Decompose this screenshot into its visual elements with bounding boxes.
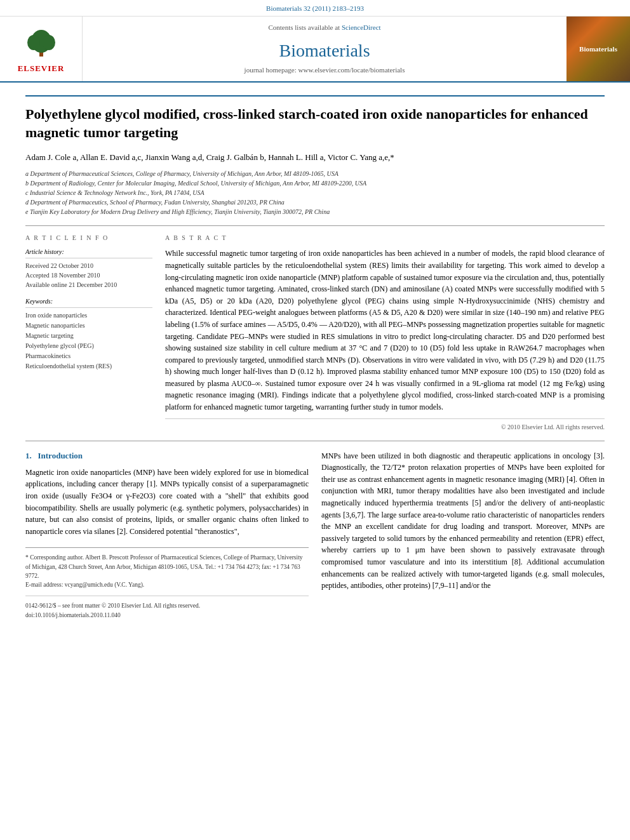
body-right-column: MNPs have been utilized in both diagnost… [321, 450, 605, 620]
affiliation-a: a Department of Pharmaceutical Sciences,… [25, 169, 605, 178]
elsevier-tree-icon [22, 23, 60, 62]
keywords-block: Keywords: Iron oxide nanoparticles Magne… [25, 297, 152, 371]
footnote-asterisk: * Corresponding author. Albert B. Presco… [25, 553, 309, 580]
keywords-label: Keywords: [25, 297, 152, 308]
accepted-date: Accepted 18 November 2010 [25, 270, 152, 280]
affiliation-e: e Tianjin Key Laboratory for Modern Drug… [25, 207, 605, 217]
introduction-left-text: Magnetic iron oxide nanoparticles (MNP) … [25, 467, 309, 538]
svg-point-2 [27, 35, 40, 50]
affiliations: a Department of Pharmaceutical Sciences,… [25, 169, 605, 217]
svg-point-3 [43, 35, 55, 50]
article-info-heading: A R T I C L E I N F O [25, 234, 152, 243]
affiliation-d: d Department of Pharmaceutics, School of… [25, 197, 605, 207]
affiliation-c: c Industrial Science & Technology Networ… [25, 188, 605, 197]
journal-name: Biomaterials [95, 38, 554, 63]
body-two-columns: 1. Introduction Magnetic iron oxide nano… [25, 450, 605, 620]
abstract-heading: A B S T R A C T [165, 234, 605, 243]
journal-header-center: Contents lists available at ScienceDirec… [83, 17, 566, 81]
journal-header: ELSEVIER Contents lists available at Sci… [0, 17, 630, 83]
article-title: Polyethylene glycol modified, cross-link… [25, 95, 605, 142]
keyword-1: Iron oxide nanoparticles [25, 310, 152, 321]
journal-brand-image: Biomaterials [566, 17, 630, 81]
copyright-line: © 2010 Elsevier Ltd. All rights reserved… [165, 418, 605, 432]
body-left-column: 1. Introduction Magnetic iron oxide nano… [25, 450, 309, 620]
authors: Adam J. Cole a, Allan E. David a,c, Jian… [25, 151, 605, 164]
keyword-3: Magnetic targeting [25, 331, 152, 341]
history-label: Article history: [25, 248, 152, 258]
doi-line: doi:10.1016/j.biomaterials.2010.11.040 [25, 611, 309, 620]
article-history-block: Article history: Received 22 October 201… [25, 248, 152, 290]
article-info-abstract-section: A R T I C L E I N F O Article history: R… [25, 225, 605, 431]
keyword-6: Reticuloendothelial system (RES) [25, 361, 152, 371]
keyword-5: Pharmacokinetics [25, 351, 152, 361]
issn-line: 0142-9612/$ – see front matter © 2010 El… [25, 601, 309, 610]
keywords-list: Iron oxide nanoparticles Magnetic nanopa… [25, 310, 152, 371]
bottom-bar: 0142-9612/$ – see front matter © 2010 El… [25, 596, 309, 620]
biomaterials-badge: Biomaterials [577, 42, 620, 57]
affiliation-b: b Department of Radiology, Center for Mo… [25, 178, 605, 188]
sciencedirect-line: Contents lists available at ScienceDirec… [95, 23, 554, 32]
elsevier-logo: ELSEVIER [18, 23, 65, 74]
article-info-column: A R T I C L E I N F O Article history: R… [25, 234, 152, 431]
main-content: Polyethylene glycol modified, cross-link… [0, 83, 630, 632]
journal-homepage: journal homepage: www.elsevier.com/locat… [95, 65, 554, 75]
available-date: Available online 21 December 2010 [25, 280, 152, 290]
body-section: 1. Introduction Magnetic iron oxide nano… [25, 441, 605, 620]
journal-reference: Biomaterials 32 (2011) 2183–2193 [0, 4, 630, 13]
sciencedirect-link[interactable]: ScienceDirect [342, 23, 381, 31]
abstract-text: While successful magnetic tumor targetin… [165, 248, 605, 413]
footnote-section: * Corresponding author. Albert B. Presco… [25, 547, 309, 589]
keyword-4: Polyethylene glycol (PEG) [25, 341, 152, 351]
keyword-2: Magnetic nanoparticles [25, 321, 152, 331]
introduction-right-text: MNPs have been utilized in both diagnost… [321, 450, 605, 592]
section-title: 1. Introduction [25, 450, 309, 462]
journal-top-bar: Biomaterials 32 (2011) 2183–2193 [0, 0, 630, 17]
footnote-email: E-mail address: vcyang@umich.edu (V.C. Y… [25, 580, 309, 589]
elsevier-text: ELSEVIER [18, 63, 65, 74]
elsevier-logo-area: ELSEVIER [0, 17, 83, 81]
abstract-column: A B S T R A C T While successful magneti… [165, 234, 605, 431]
received-date: Received 22 October 2010 [25, 261, 152, 270]
